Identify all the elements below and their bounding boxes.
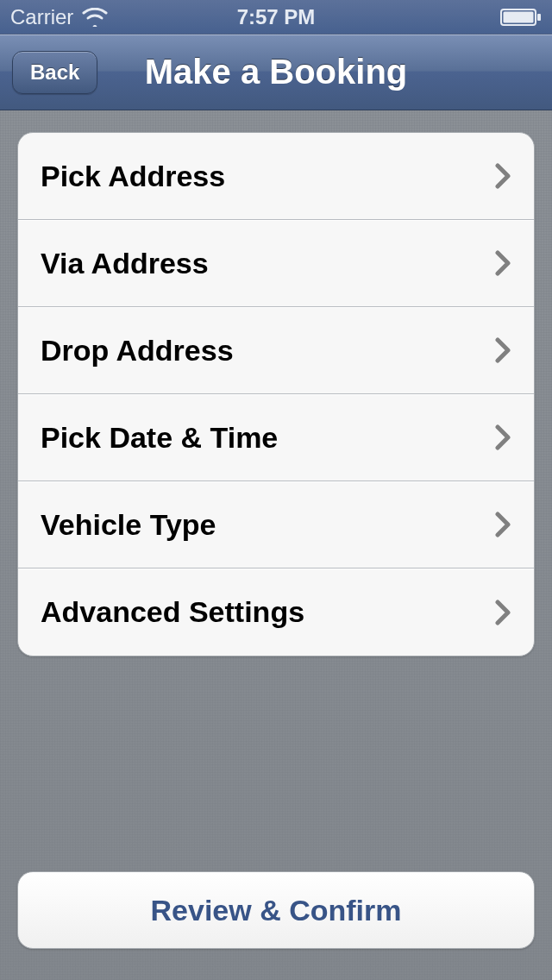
chevron-right-icon [494, 600, 511, 625]
page-title: Make a Booking [145, 53, 408, 91]
review-confirm-button[interactable]: Review & Confirm [17, 871, 535, 949]
row-label: Advanced Settings [41, 595, 304, 629]
carrier-label: Carrier [10, 5, 73, 29]
footer: Review & Confirm [17, 871, 535, 949]
row-via-address[interactable]: Via Address [18, 220, 534, 307]
row-vehicle-type[interactable]: Vehicle Type [18, 481, 534, 569]
chevron-right-icon [494, 337, 511, 363]
back-button[interactable]: Back [12, 51, 97, 94]
nav-bar: Back Make a Booking [0, 35, 552, 110]
row-label: Pick Address [41, 160, 225, 193]
chevron-right-icon [494, 250, 511, 276]
svg-rect-2 [537, 14, 541, 21]
status-right [500, 8, 542, 27]
row-label: Via Address [41, 247, 209, 280]
chevron-right-icon [494, 163, 511, 189]
content: Pick Address Via Address Drop Address Pi… [0, 110, 552, 980]
chevron-right-icon [494, 512, 511, 537]
chevron-right-icon [494, 424, 511, 450]
wifi-icon [82, 8, 108, 27]
row-pick-date-time[interactable]: Pick Date & Time [18, 394, 534, 481]
row-pick-address[interactable]: Pick Address [18, 133, 534, 220]
svg-rect-1 [504, 11, 534, 22]
status-time: 7:57 PM [237, 5, 316, 29]
battery-icon [500, 8, 542, 27]
status-left: Carrier [10, 5, 108, 29]
row-drop-address[interactable]: Drop Address [18, 307, 534, 394]
status-bar: Carrier 7:57 PM [0, 0, 552, 35]
booking-options-group: Pick Address Via Address Drop Address Pi… [17, 132, 535, 656]
row-label: Vehicle Type [41, 508, 216, 542]
row-advanced-settings[interactable]: Advanced Settings [18, 569, 534, 656]
row-label: Pick Date & Time [41, 421, 278, 455]
row-label: Drop Address [41, 334, 234, 368]
